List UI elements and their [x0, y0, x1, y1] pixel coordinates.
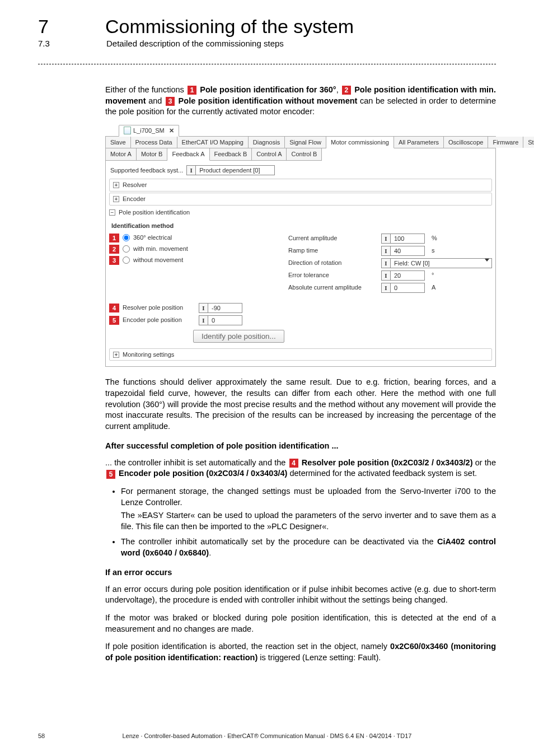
tab-all-parameters[interactable]: All Parameters [394, 137, 444, 148]
tree-ppi[interactable]: − Pole position identification [109, 207, 492, 218]
tab-process-data[interactable]: Process Data [131, 137, 177, 148]
callout-marker-2: 2 [109, 245, 119, 254]
list-item: The controller inhibit automatically set… [121, 536, 496, 558]
results-paragraph: The functions should deliver approximate… [105, 377, 496, 432]
direction-label: Direction of rotation [288, 259, 378, 267]
bullet-list: For permanent storage, the changed setti… [113, 486, 496, 558]
ramp-time-value: 40 [391, 246, 424, 255]
callout-marker-3: 3 [109, 256, 119, 265]
unit: ° [432, 271, 443, 279]
radio-360[interactable] [123, 234, 130, 241]
tab-status[interactable]: Status [523, 137, 534, 148]
divider [38, 64, 496, 64]
callout-marker-1: 1 [188, 86, 196, 95]
encoder-pp-value: 0 [208, 316, 242, 325]
tree-label: Encoder [123, 195, 146, 203]
callout-marker-5: 5 [106, 470, 115, 479]
encoder-pp-label: Encoder pole position [123, 316, 195, 324]
tab-motor-a[interactable]: Motor A [106, 148, 137, 161]
section-number: 7.3 [38, 39, 65, 48]
tab-diagnosis[interactable]: Diagnosis [249, 137, 285, 148]
callout-marker-4: 4 [289, 459, 298, 468]
text: determined for the activated feedback sy… [289, 469, 476, 478]
tab-firmware[interactable]: Firmware [488, 137, 523, 148]
page-footer: 58 Lenze · Controller-based Automation ·… [38, 732, 496, 739]
text: Encoder pole position (0x2C03/4 / 0x3403… [119, 469, 287, 478]
abs-current-label: Absolute current amplitude [288, 283, 378, 292]
section-title: Detailed description of the commissionin… [106, 39, 284, 48]
error-paragraph-2: If the motor was braked or blocked durin… [105, 613, 496, 634]
resolver-pp-label: Resolver pole position [123, 304, 195, 312]
info-icon: I [382, 259, 391, 268]
collapse-icon[interactable]: − [109, 209, 115, 216]
error-heading: If an error occurs [105, 567, 496, 578]
unit: A [432, 283, 443, 292]
radio-min-movement[interactable] [123, 245, 130, 253]
ramp-time-field[interactable]: I40 [381, 246, 425, 256]
radio-without-movement-label: without movement [133, 256, 183, 264]
tab-signal-flow[interactable]: Signal Flow [285, 137, 326, 148]
chapter-title: Commissioning of the system [105, 16, 354, 38]
tab-control-b[interactable]: Control B [287, 148, 322, 161]
callout-marker-3: 3 [166, 97, 175, 106]
expand-icon[interactable]: + [113, 352, 119, 358]
direction-value: Field: CW [0] [391, 259, 485, 268]
tree-resolver[interactable]: + Resolver [109, 179, 492, 192]
tab-feedback-b[interactable]: Feedback B [210, 148, 252, 161]
motor-tabs: Motor A Motor B Feedback A Feedback B Co… [105, 148, 496, 161]
supported-feedback-field[interactable]: I Product dependent [0] [186, 165, 275, 175]
tree-encoder[interactable]: + Encoder [109, 193, 492, 206]
abs-current-field[interactable]: I0 [381, 283, 425, 293]
after-success-paragraph: ... the controller inhibit is set automa… [105, 458, 496, 479]
callout-marker-1: 1 [109, 234, 119, 242]
encoder-pp-field[interactable]: I0 [199, 315, 242, 325]
tab-oscilloscope[interactable]: Oscilloscope [444, 137, 488, 148]
text: or the [475, 458, 496, 467]
text: The controller inhibit automatically set… [121, 537, 437, 546]
tab-motor-b[interactable]: Motor B [137, 148, 168, 161]
text: Resolver pole position (0x2C03/2 / 0x340… [302, 458, 473, 467]
list-item: For permanent storage, the changed setti… [121, 486, 496, 532]
unit: % [432, 234, 443, 242]
resolver-pp-value: -90 [208, 304, 242, 312]
tree-monitoring[interactable]: + Monitoring settings [109, 348, 492, 361]
tab-motor-commissioning[interactable]: Motor commissioning [326, 137, 394, 149]
expand-icon[interactable]: + [113, 196, 119, 202]
supported-feedback-label: Supported feedback syst... [110, 166, 183, 175]
radio-min-movement-label: with min. movement [133, 245, 188, 253]
abs-current-value: 0 [391, 283, 424, 292]
direction-dropdown[interactable]: IField: CW [0] [381, 258, 492, 268]
info-icon: I [199, 304, 208, 312]
document-tab-label: L_i700_SM [133, 127, 165, 135]
callout-marker-4: 4 [109, 304, 119, 312]
after-success-heading: After successful completion of pole posi… [105, 441, 496, 452]
expand-icon[interactable]: + [113, 182, 119, 188]
unit: s [432, 246, 443, 255]
supported-feedback-value: Product dependent [0] [196, 166, 274, 175]
identification-method-label: Identification method [111, 222, 492, 230]
error-paragraph-3: If pole position identification is abort… [105, 641, 496, 663]
screenshot-panel: L_i700_SM ✕ Slave Process Data EtherCAT … [105, 124, 496, 367]
document-tab[interactable]: L_i700_SM ✕ [119, 125, 179, 137]
resolver-pp-field[interactable]: I-90 [199, 303, 242, 313]
identify-pole-position-button[interactable]: Identify pole position... [193, 330, 284, 343]
chevron-down-icon [485, 259, 489, 262]
current-amplitude-label: Current amplitude [288, 234, 378, 242]
tab-slave[interactable]: Slave [106, 137, 131, 148]
chapter-number: 7 [38, 16, 55, 38]
page-number: 58 [38, 732, 60, 739]
radio-without-movement[interactable] [123, 256, 130, 264]
text: For permanent storage, the changed setti… [121, 487, 496, 507]
info-icon: I [199, 316, 208, 325]
info-icon: I [382, 234, 391, 243]
text: . [209, 548, 211, 557]
main-tabs: Slave Process Data EtherCAT I/O Mapping … [105, 136, 496, 149]
info-icon: I [382, 283, 391, 292]
tab-ethercat-io[interactable]: EtherCAT I/O Mapping [177, 137, 249, 148]
current-amplitude-field[interactable]: I100 [381, 234, 425, 244]
error-tolerance-field[interactable]: I20 [381, 270, 425, 281]
close-icon[interactable]: ✕ [169, 127, 174, 135]
ramp-time-label: Ramp time [288, 246, 378, 255]
tab-feedback-a[interactable]: Feedback A [167, 148, 209, 161]
tab-control-a[interactable]: Control A [252, 148, 287, 161]
